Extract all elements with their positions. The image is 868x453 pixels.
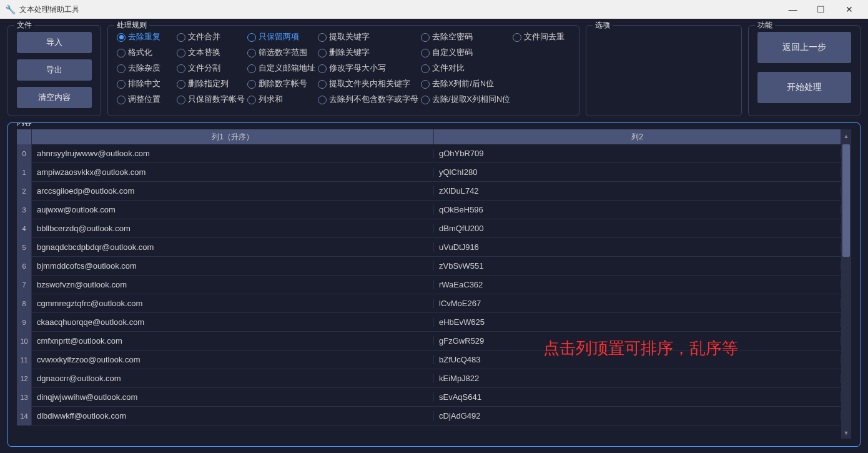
minimize-button[interactable]: — (779, 4, 807, 14)
rule-option-2[interactable]: 只保留两项 (247, 32, 315, 42)
cell-col2: zVbSvW551 (434, 261, 841, 271)
export-button[interactable]: 导出 (17, 59, 92, 81)
rule-label: 调整位置 (128, 94, 160, 105)
table-row[interactable]: 8cgmmregztqfrc@outlook.comlCvMoE267 (17, 294, 841, 313)
row-index: 13 (17, 388, 32, 407)
rule-label: 删除指定列 (188, 79, 229, 89)
rule-option-7[interactable]: 文本替换 (177, 47, 245, 58)
back-button[interactable]: 返回上一步 (757, 32, 851, 63)
radio-icon (117, 80, 126, 89)
rule-option-25[interactable]: 只保留数字帐号 (177, 94, 245, 105)
table-row[interactable]: 14dlbdiwwkff@outlook.comcDjAdG492 (17, 407, 841, 426)
table-row[interactable]: 9ckaacqhuorqqe@outlook.comeHbEvW625 (17, 313, 841, 332)
table-row[interactable]: 1ampiwzaosvkkx@outlook.comyQlChI280 (17, 163, 841, 182)
cell-col2: uVuDtJ916 (434, 242, 841, 252)
cell-col2: eHbEvW625 (434, 317, 841, 327)
rule-option-1[interactable]: 文件合并 (177, 32, 245, 42)
rule-label: 文件合并 (188, 32, 220, 42)
rule-label: 去除列不包含数字或字母 (329, 94, 418, 105)
maximize-button[interactable]: ☐ (807, 4, 835, 14)
rule-label: 提取关键字 (329, 32, 370, 42)
row-index: 9 (17, 313, 32, 332)
table-row[interactable]: 10cmfxnprtt@outlook.comgFzGwR529 (17, 332, 841, 351)
cell-col2: gOhYbR709 (434, 149, 841, 158)
column-header-1[interactable]: 列1（升序） (32, 129, 434, 144)
column-header-2[interactable]: 列2 (434, 129, 841, 144)
cell-col2: rWaEaC362 (434, 280, 841, 289)
content-group-title: 内容 (14, 122, 34, 128)
table-row[interactable]: 0ahnrsyylrujwwwv@outlook.comgOhYbR709 (17, 144, 841, 163)
rule-option-28[interactable]: 去除/提取X列相同N位 (421, 94, 510, 105)
row-index: 7 (17, 276, 32, 294)
radio-icon (421, 96, 430, 104)
header-index (17, 129, 32, 144)
rules-group-title: 处理规则 (114, 20, 149, 31)
rule-option-14[interactable]: 自定义邮箱地址 (247, 63, 315, 74)
radio-icon (117, 49, 126, 57)
cell-col1: arccsgiioedp@outlook.com (32, 186, 434, 196)
cell-col1: bjmmddcofcs@outlook.com (32, 261, 434, 271)
scrollbar-thumb[interactable] (842, 144, 850, 257)
rule-label: 列求和 (259, 94, 283, 105)
cell-col1: bzswofvzn@outlook.com (32, 280, 434, 289)
data-table: 列1（升序） 列2 0ahnrsyylrujwwwv@outlook.comgO… (17, 129, 841, 439)
table-row[interactable]: 6bjmmddcofcs@outlook.comzVbSvW551 (17, 257, 841, 276)
title-bar: 🔧 文本处理辅助工具 — ☐ ✕ (0, 0, 868, 19)
table-row[interactable]: 5bgnaqdcbcdpbdqr@outlook.comuVuDtJ916 (17, 238, 841, 257)
rule-option-5[interactable]: 文件间去重 (513, 32, 570, 42)
rule-option-4[interactable]: 去除空密码 (421, 32, 510, 42)
rule-option-22[interactable]: 去除X列前/后N位 (421, 79, 510, 89)
rule-option-15[interactable]: 修改字母大小写 (318, 63, 418, 74)
rule-option-21[interactable]: 提取文件夹内相关键字 (318, 79, 418, 89)
row-index: 2 (17, 182, 32, 201)
rule-label: 只保留数字帐号 (188, 94, 245, 105)
table-row[interactable]: 7bzswofvzn@outlook.comrWaEaC362 (17, 276, 841, 294)
table-row[interactable]: 2arccsgiioedp@outlook.comzXlDuL742 (17, 182, 841, 201)
scroll-up-arrow[interactable]: ▲ (841, 132, 851, 141)
row-index: 8 (17, 294, 32, 313)
vertical-scrollbar[interactable]: ▲ ▼ (841, 129, 851, 439)
content-group: 内容 列1（升序） 列2 0ahnrsyylrujwwwv@outlook.co… (7, 122, 861, 447)
row-index: 11 (17, 351, 32, 369)
table-row[interactable]: 3aujwxw@outlook.comqOkBeH596 (17, 201, 841, 219)
row-index: 6 (17, 257, 32, 276)
scroll-down-arrow[interactable]: ▼ (841, 429, 851, 437)
rule-option-3[interactable]: 提取关键字 (318, 32, 418, 42)
rule-option-19[interactable]: 删除指定列 (177, 79, 245, 89)
close-button[interactable]: ✕ (835, 4, 863, 14)
rule-option-27[interactable]: 去除列不包含数字或字母 (318, 94, 418, 105)
rule-option-13[interactable]: 文件分割 (177, 63, 245, 74)
rule-option-8[interactable]: 筛选数字范围 (247, 47, 315, 58)
rule-option-0[interactable]: 去除重复 (117, 32, 174, 42)
table-row[interactable]: 12dgnaocrr@outlook.comkEiMpJ822 (17, 369, 841, 388)
rule-option-10[interactable]: 自定义密码 (421, 47, 510, 58)
row-index: 12 (17, 369, 32, 388)
rule-option-18[interactable]: 排除中文 (117, 79, 174, 89)
table-row[interactable]: 11cvwxxkylfzzoo@outlook.combZfUcQ483 (17, 351, 841, 369)
rule-label: 筛选数字范围 (259, 47, 307, 58)
rule-option-20[interactable]: 删除数字帐号 (247, 79, 315, 89)
table-row[interactable]: 13dinqjwjwwihw@outlook.comsEvAqS641 (17, 388, 841, 407)
rule-option-26[interactable]: 列求和 (247, 94, 315, 105)
rule-label: 格式化 (128, 47, 152, 58)
rule-option-16[interactable]: 文件对比 (421, 63, 510, 74)
import-button[interactable]: 导入 (17, 32, 92, 53)
rule-option-9[interactable]: 删除关键字 (318, 47, 418, 58)
radio-icon (421, 49, 430, 57)
rule-option-24[interactable]: 调整位置 (117, 94, 174, 105)
rule-label: 去除空密码 (432, 32, 473, 42)
cell-col1: bbllbcerzdq@outlook.com (32, 224, 434, 233)
radio-icon (318, 64, 327, 73)
rule-option-6[interactable]: 格式化 (117, 47, 174, 58)
func-group: 功能 返回上一步 开始处理 (748, 25, 861, 116)
rule-option-12[interactable]: 去除杂质 (117, 63, 174, 74)
radio-icon (318, 80, 327, 89)
rule-label: 文件间去重 (524, 32, 565, 42)
start-button[interactable]: 开始处理 (757, 72, 851, 103)
clear-button[interactable]: 清空内容 (17, 87, 92, 108)
cell-col2: lCvMoE267 (434, 299, 841, 308)
rules-group: 处理规则 去除重复文件合并只保留两项提取关键字去除空密码文件间去重格式化文本替换… (107, 25, 579, 116)
rule-label: 提取文件夹内相关键字 (329, 79, 410, 89)
cell-col1: dlbdiwwkff@outlook.com (32, 411, 434, 421)
table-row[interactable]: 4bbllbcerzdq@outlook.comdBmQfU200 (17, 219, 841, 238)
